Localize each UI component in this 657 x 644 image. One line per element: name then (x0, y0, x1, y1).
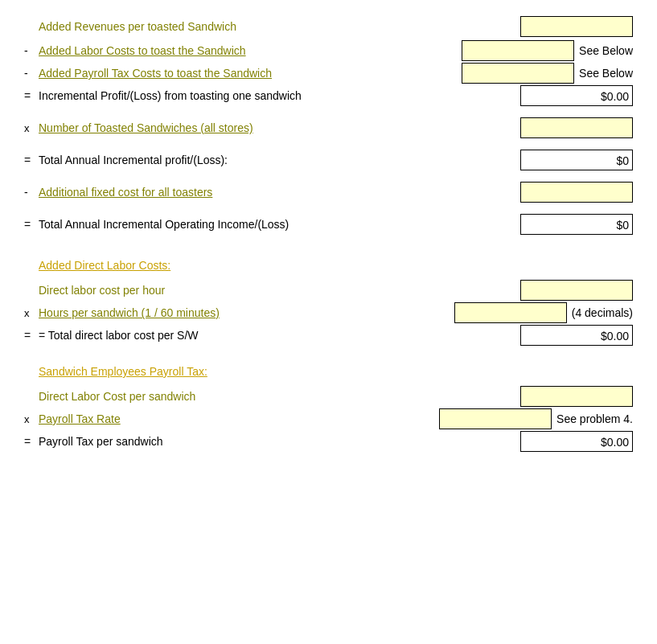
incremental-profit-label: Incremental Profit/(Loss) from toasting … (39, 89, 302, 102)
minus-prefix-1: - (24, 44, 39, 57)
hours-per-sandwich-label: Hours per sandwich (1 / 60 minutes) (39, 306, 220, 319)
direct-labor-hour-label: Direct labor cost per hour (39, 284, 165, 297)
direct-labor-hour-input[interactable] (520, 280, 633, 301)
added-revenues-input[interactable] (520, 16, 633, 37)
payroll-tax-rate-label: Payroll Tax Rate (39, 412, 121, 425)
added-labor-input[interactable] (462, 40, 574, 61)
equals-prefix-1: = (24, 89, 39, 102)
minus-prefix-2: - (24, 67, 39, 80)
equals-prefix-2: = (24, 154, 39, 166)
see-below-2: See Below (579, 67, 633, 80)
additional-fixed-input[interactable] (520, 182, 633, 203)
added-labor-label: Added Labor Costs to toast the Sandwich (39, 44, 246, 57)
see-problem-note: See problem 4. (556, 412, 633, 425)
payroll-header: Sandwich Employees Payroll Tax: (39, 365, 633, 378)
num-toasted-input[interactable] (520, 117, 633, 138)
added-payroll-input[interactable] (462, 63, 574, 84)
equals-prefix-4: = (24, 329, 39, 342)
added-payroll-label: Added Payroll Tax Costs to toast the San… (39, 67, 272, 80)
num-toasted-label: Number of Toasted Sandwiches (all stores… (39, 121, 253, 134)
added-direct-header: Added Direct Labor Costs: (39, 259, 633, 272)
minus-prefix-3: - (24, 186, 39, 199)
total-operating-label: Total Annual Incremental Operating Incom… (39, 218, 289, 231)
direct-labor-sandwich-label: Direct Labor Cost per sandwich (39, 390, 195, 403)
total-annual-label: Total Annual Incremental profit/(Loss): (39, 154, 228, 166)
times-prefix: x (24, 122, 39, 134)
direct-labor-sandwich-input[interactable] (520, 386, 633, 407)
total-direct-value: $0.00 (520, 325, 633, 346)
hours-per-sandwich-input[interactable] (454, 302, 567, 323)
times-prefix-2: x (24, 307, 39, 319)
equals-prefix-5: = (24, 435, 39, 448)
payroll-tax-value: $0.00 (520, 431, 633, 452)
equals-prefix-3: = (24, 218, 39, 231)
see-below-1: See Below (579, 44, 633, 57)
total-direct-label: = Total direct labor cost per S/W (39, 329, 199, 342)
total-operating-value: $0 (520, 214, 633, 235)
four-decimals-note: (4 decimals) (572, 306, 633, 319)
payroll-tax-sandwich-label: Payroll Tax per sandwich (39, 435, 163, 448)
payroll-tax-rate-input[interactable] (439, 408, 552, 429)
total-annual-value: $0 (520, 150, 633, 170)
incremental-profit-value: $0.00 (520, 85, 633, 106)
added-revenues-label: Added Revenues per toasted Sandwich (39, 20, 236, 33)
additional-fixed-label: Additional fixed cost for all toasters (39, 186, 212, 199)
times-prefix-3: x (24, 413, 39, 425)
